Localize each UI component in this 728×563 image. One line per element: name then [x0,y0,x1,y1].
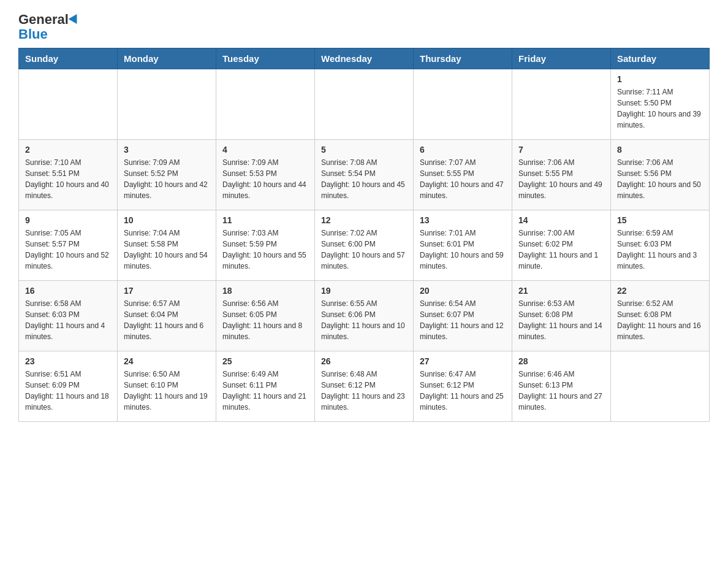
day-info: Sunrise: 6:46 AM Sunset: 6:13 PM Dayligh… [518,369,604,413]
day-info: Sunrise: 7:06 AM Sunset: 5:56 PM Dayligh… [617,157,703,201]
logo-text: General Blue [18,12,80,42]
day-number: 7 [518,145,604,155]
day-number: 14 [518,215,604,225]
day-number: 21 [518,286,604,296]
day-info: Sunrise: 7:05 AM Sunset: 5:57 PM Dayligh… [25,228,111,272]
calendar-day-cell: 8Sunrise: 7:06 AM Sunset: 5:56 PM Daylig… [611,140,710,210]
day-info: Sunrise: 6:59 AM Sunset: 6:03 PM Dayligh… [617,228,703,272]
calendar-day-cell [118,69,216,140]
day-number: 1 [617,74,703,84]
day-number: 13 [420,215,506,225]
calendar-day-cell: 21Sunrise: 6:53 AM Sunset: 6:08 PM Dayli… [512,281,611,351]
calendar-day-cell: 1Sunrise: 7:11 AM Sunset: 5:50 PM Daylig… [611,69,710,140]
day-of-week-header: Monday [118,48,216,69]
day-number: 18 [222,286,308,296]
day-info: Sunrise: 7:08 AM Sunset: 5:54 PM Dayligh… [321,157,407,201]
day-number: 10 [124,215,210,225]
calendar-day-cell: 20Sunrise: 6:54 AM Sunset: 6:07 PM Dayli… [414,281,512,351]
day-info: Sunrise: 7:09 AM Sunset: 5:53 PM Dayligh… [222,157,308,201]
day-number: 12 [321,215,407,225]
calendar-day-cell: 26Sunrise: 6:48 AM Sunset: 6:12 PM Dayli… [315,351,414,422]
calendar-day-cell [512,69,611,140]
calendar-day-cell [216,69,315,140]
day-info: Sunrise: 6:47 AM Sunset: 6:12 PM Dayligh… [420,369,506,413]
day-info: Sunrise: 7:00 AM Sunset: 6:02 PM Dayligh… [518,228,604,272]
page-header: General Blue [18,12,710,42]
day-of-week-header: Tuesday [216,48,315,69]
day-of-week-header: Saturday [611,48,710,69]
day-of-week-header: Friday [512,48,611,69]
calendar-day-cell: 10Sunrise: 7:04 AM Sunset: 5:58 PM Dayli… [118,210,216,281]
day-number: 6 [420,145,506,155]
calendar-day-cell [414,69,512,140]
calendar-day-cell [315,69,414,140]
day-number: 22 [617,286,703,296]
calendar-day-cell: 24Sunrise: 6:50 AM Sunset: 6:10 PM Dayli… [118,351,216,422]
calendar-header-row: SundayMondayTuesdayWednesdayThursdayFrid… [19,48,710,69]
day-info: Sunrise: 7:06 AM Sunset: 5:55 PM Dayligh… [518,157,604,201]
calendar-week-row: 16Sunrise: 6:58 AM Sunset: 6:03 PM Dayli… [19,281,710,351]
calendar-day-cell: 11Sunrise: 7:03 AM Sunset: 5:59 PM Dayli… [216,210,315,281]
calendar-day-cell: 18Sunrise: 6:56 AM Sunset: 6:05 PM Dayli… [216,281,315,351]
calendar-week-row: 2Sunrise: 7:10 AM Sunset: 5:51 PM Daylig… [19,140,710,210]
calendar-day-cell: 3Sunrise: 7:09 AM Sunset: 5:52 PM Daylig… [118,140,216,210]
day-number: 5 [321,145,407,155]
logo: General Blue [18,12,80,42]
day-number: 24 [124,356,210,366]
day-number: 8 [617,145,703,155]
calendar-day-cell: 15Sunrise: 6:59 AM Sunset: 6:03 PM Dayli… [611,210,710,281]
day-info: Sunrise: 6:54 AM Sunset: 6:07 PM Dayligh… [420,298,506,342]
calendar-day-cell: 4Sunrise: 7:09 AM Sunset: 5:53 PM Daylig… [216,140,315,210]
day-info: Sunrise: 6:51 AM Sunset: 6:09 PM Dayligh… [25,369,111,413]
calendar-day-cell [611,351,710,422]
day-number: 25 [222,356,308,366]
logo-triangle-icon [69,14,82,26]
day-number: 9 [25,215,111,225]
day-of-week-header: Wednesday [315,48,414,69]
calendar-day-cell: 17Sunrise: 6:57 AM Sunset: 6:04 PM Dayli… [118,281,216,351]
calendar-day-cell: 16Sunrise: 6:58 AM Sunset: 6:03 PM Dayli… [19,281,118,351]
calendar-week-row: 9Sunrise: 7:05 AM Sunset: 5:57 PM Daylig… [19,210,710,281]
calendar-day-cell: 14Sunrise: 7:00 AM Sunset: 6:02 PM Dayli… [512,210,611,281]
day-number: 4 [222,145,308,155]
calendar-day-cell: 22Sunrise: 6:52 AM Sunset: 6:08 PM Dayli… [611,281,710,351]
day-number: 19 [321,286,407,296]
day-info: Sunrise: 6:57 AM Sunset: 6:04 PM Dayligh… [124,298,210,342]
day-info: Sunrise: 6:56 AM Sunset: 6:05 PM Dayligh… [222,298,308,342]
day-info: Sunrise: 6:52 AM Sunset: 6:08 PM Dayligh… [617,298,703,342]
day-of-week-header: Thursday [414,48,512,69]
day-number: 15 [617,215,703,225]
day-number: 2 [25,145,111,155]
calendar-day-cell: 28Sunrise: 6:46 AM Sunset: 6:13 PM Dayli… [512,351,611,422]
day-of-week-header: Sunday [19,48,118,69]
day-info: Sunrise: 6:55 AM Sunset: 6:06 PM Dayligh… [321,298,407,342]
calendar-day-cell: 13Sunrise: 7:01 AM Sunset: 6:01 PM Dayli… [414,210,512,281]
day-info: Sunrise: 7:02 AM Sunset: 6:00 PM Dayligh… [321,228,407,272]
day-number: 17 [124,286,210,296]
day-info: Sunrise: 7:01 AM Sunset: 6:01 PM Dayligh… [420,228,506,272]
day-info: Sunrise: 7:07 AM Sunset: 5:55 PM Dayligh… [420,157,506,201]
calendar-day-cell: 23Sunrise: 6:51 AM Sunset: 6:09 PM Dayli… [19,351,118,422]
day-info: Sunrise: 6:48 AM Sunset: 6:12 PM Dayligh… [321,369,407,413]
day-number: 28 [518,356,604,366]
day-number: 26 [321,356,407,366]
calendar-day-cell: 7Sunrise: 7:06 AM Sunset: 5:55 PM Daylig… [512,140,611,210]
day-info: Sunrise: 6:58 AM Sunset: 6:03 PM Dayligh… [25,298,111,342]
day-number: 20 [420,286,506,296]
day-number: 27 [420,356,506,366]
calendar-day-cell: 25Sunrise: 6:49 AM Sunset: 6:11 PM Dayli… [216,351,315,422]
calendar-week-row: 1Sunrise: 7:11 AM Sunset: 5:50 PM Daylig… [19,69,710,140]
day-info: Sunrise: 6:53 AM Sunset: 6:08 PM Dayligh… [518,298,604,342]
calendar-day-cell: 27Sunrise: 6:47 AM Sunset: 6:12 PM Dayli… [414,351,512,422]
calendar-week-row: 23Sunrise: 6:51 AM Sunset: 6:09 PM Dayli… [19,351,710,422]
calendar-day-cell: 9Sunrise: 7:05 AM Sunset: 5:57 PM Daylig… [19,210,118,281]
day-info: Sunrise: 7:04 AM Sunset: 5:58 PM Dayligh… [124,228,210,272]
calendar-table: SundayMondayTuesdayWednesdayThursdayFrid… [18,48,710,422]
logo-general: General [18,12,69,27]
calendar-day-cell: 5Sunrise: 7:08 AM Sunset: 5:54 PM Daylig… [315,140,414,210]
day-info: Sunrise: 7:11 AM Sunset: 5:50 PM Dayligh… [617,86,703,131]
day-number: 16 [25,286,111,296]
calendar-day-cell [19,69,118,140]
day-info: Sunrise: 6:50 AM Sunset: 6:10 PM Dayligh… [124,369,210,413]
day-info: Sunrise: 7:10 AM Sunset: 5:51 PM Dayligh… [25,157,111,201]
